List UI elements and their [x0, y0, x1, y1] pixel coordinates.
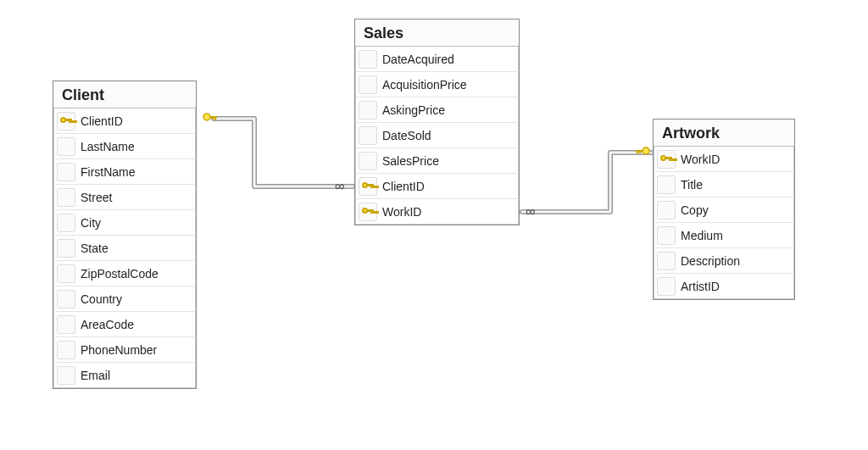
svg-point-0 [203, 114, 210, 120]
column-row[interactable]: Email [53, 363, 196, 388]
pk-indicator [359, 126, 377, 145]
column-list: WorkID Title Copy Medium Description Art… [654, 147, 794, 299]
pk-indicator [57, 112, 75, 131]
column-list: ClientID LastName FirstName Street City … [53, 108, 196, 388]
relationship-artwork-sales: ∞ [522, 147, 651, 219]
column-row[interactable]: DateSold [355, 123, 519, 148]
pk-indicator [57, 137, 75, 156]
column-name: AreaCode [81, 318, 191, 331]
pk-indicator [57, 315, 75, 334]
pk-indicator [657, 175, 676, 194]
column-name: Medium [681, 229, 789, 242]
column-name: Email [81, 369, 191, 382]
pk-indicator [359, 177, 377, 196]
relationship-client-sales: ∞ [203, 114, 353, 193]
column-name: WorkID [382, 205, 514, 219]
column-name: SalesPrice [382, 154, 514, 168]
column-name: LastName [81, 140, 191, 153]
column-row[interactable]: AreaCode [53, 312, 196, 337]
column-name: Country [81, 292, 191, 306]
column-name: City [81, 216, 191, 230]
column-name: DateAcquired [382, 53, 514, 66]
many-end-infinity-icon: ∞ [335, 179, 344, 193]
column-name: DateSold [382, 129, 514, 142]
pk-indicator [57, 188, 75, 207]
pk-indicator [657, 150, 676, 169]
many-end-infinity-icon: ∞ [526, 204, 535, 219]
pk-indicator [359, 203, 377, 221]
column-row[interactable]: WorkID [355, 199, 519, 225]
table-title: Sales [355, 19, 519, 47]
pk-indicator [657, 252, 676, 270]
key-icon [362, 181, 374, 192]
pk-indicator [359, 152, 377, 170]
svg-rect-5 [636, 150, 643, 153]
pk-indicator [57, 264, 75, 283]
column-list: DateAcquired AcquisitionPrice AskingPric… [355, 47, 519, 225]
column-row[interactable]: Medium [654, 223, 794, 248]
column-row[interactable]: Title [654, 172, 794, 197]
svg-rect-6 [637, 152, 638, 154]
pk-indicator [57, 290, 75, 308]
pk-indicator [359, 50, 377, 69]
column-row[interactable]: State [53, 236, 196, 261]
table-client[interactable]: Client ClientID LastName FirstName Stree… [53, 81, 197, 389]
column-row[interactable]: ZipPostalCode [53, 261, 196, 286]
column-name: Copy [681, 203, 789, 217]
table-sales[interactable]: Sales DateAcquired AcquisitionPrice Aski… [354, 19, 520, 225]
column-name: AcquisitionPrice [382, 78, 514, 92]
column-row[interactable]: FirstName [53, 159, 196, 185]
column-name: ClientID [81, 114, 191, 128]
column-row[interactable]: Copy [654, 197, 794, 223]
diagram-canvas: { "tables": { "client": { "title": "Clie… [0, 0, 868, 450]
column-name: State [81, 242, 191, 255]
column-row[interactable]: DateAcquired [355, 47, 519, 72]
column-name: ZipPostalCode [81, 267, 191, 281]
column-row[interactable]: City [53, 210, 196, 236]
column-name: AskingPrice [382, 103, 514, 117]
pk-indicator [359, 101, 377, 119]
column-name: WorkID [681, 153, 789, 166]
one-end-key-icon [203, 114, 217, 120]
column-name: Description [681, 254, 789, 268]
column-row[interactable]: ArtistID [654, 274, 794, 299]
column-row[interactable]: AcquisitionPrice [355, 72, 519, 97]
column-name: Street [81, 191, 191, 204]
column-row[interactable]: LastName [53, 134, 196, 159]
table-title: Client [53, 81, 196, 108]
table-artwork[interactable]: Artwork WorkID Title Copy Medium Descrip… [653, 119, 795, 300]
column-name: PhoneNumber [81, 343, 191, 357]
one-end-key-icon [636, 147, 649, 154]
column-row[interactable]: SalesPrice [355, 148, 519, 174]
svg-rect-2 [214, 118, 216, 120]
table-title: Artwork [654, 119, 794, 147]
pk-indicator [57, 341, 75, 359]
column-row[interactable]: ClientID [53, 108, 196, 134]
column-row[interactable]: AskingPrice [355, 97, 519, 123]
pk-indicator [57, 239, 75, 258]
pk-indicator [57, 214, 75, 232]
svg-point-4 [643, 147, 649, 154]
column-name: Title [681, 178, 789, 192]
svg-rect-3 [212, 118, 214, 119]
column-row[interactable]: ClientID [355, 174, 519, 199]
key-icon [60, 115, 72, 127]
column-row[interactable]: Country [53, 286, 196, 312]
pk-indicator [359, 75, 377, 94]
key-icon [362, 206, 374, 218]
pk-indicator [657, 201, 676, 219]
column-row[interactable]: PhoneNumber [53, 337, 196, 363]
column-row[interactable]: Description [654, 248, 794, 274]
svg-rect-7 [639, 152, 641, 153]
key-icon [660, 153, 672, 165]
pk-indicator [57, 366, 75, 385]
column-row[interactable]: Street [53, 185, 196, 210]
pk-indicator [657, 277, 676, 296]
column-row[interactable]: WorkID [654, 147, 794, 172]
pk-indicator [657, 226, 676, 245]
svg-rect-1 [209, 116, 217, 119]
column-name: ClientID [382, 180, 514, 193]
column-name: FirstName [81, 165, 191, 179]
pk-indicator [57, 163, 75, 181]
column-name: ArtistID [681, 280, 789, 293]
